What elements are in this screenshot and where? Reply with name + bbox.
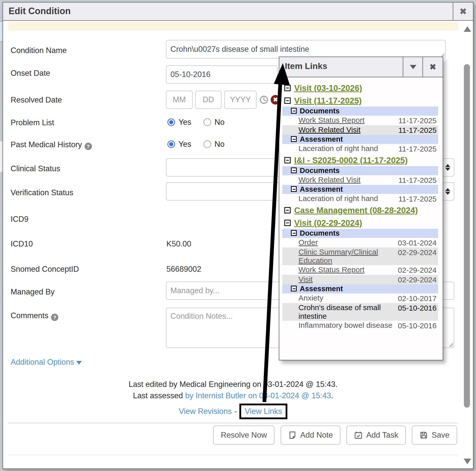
select-stepper-icon[interactable] <box>445 188 450 195</box>
item-date: 02-29-2024 <box>398 265 437 275</box>
item-links-panel: Item Links ✖ Visit (03-10-2026)Visit (11… <box>279 57 443 360</box>
collapse-minus-icon[interactable] <box>291 186 297 192</box>
item-leaf-label[interactable]: Work Related Visit <box>298 176 361 184</box>
problem-list-no-radio[interactable]: No <box>204 118 225 127</box>
last-edited-text: Last edited by Medical Engineering on 03… <box>8 380 458 389</box>
last-assessed-link[interactable]: by Internist Butler on 03-01-2024 @ 15:4… <box>185 391 331 400</box>
collapse-minus-icon[interactable] <box>284 220 291 226</box>
item-group-link[interactable]: Case Management (08-28-2024) <box>294 206 418 215</box>
item-leaf-label[interactable]: Clinic Summary/Clinical Education <box>298 248 393 265</box>
item-date: 11-17-2025 <box>398 116 437 125</box>
alert-band <box>8 22 458 31</box>
scroll-up-arrow-icon[interactable] <box>464 26 471 32</box>
footer-divider <box>8 423 458 423</box>
help-icon[interactable]: ? <box>85 143 92 150</box>
collapse-minus-icon[interactable] <box>291 167 297 173</box>
collapse-minus-icon[interactable] <box>291 136 297 142</box>
item-leaf-label[interactable]: Work Status Report <box>298 116 364 125</box>
item-group-link[interactable]: Visit (11-17-2025) <box>294 96 362 106</box>
item-group-link[interactable]: Visit (03-10-2026) <box>294 83 362 93</box>
modal-close-button[interactable]: ✖ <box>453 3 473 20</box>
backdrop-fragment <box>0 141 3 172</box>
item-leaf-label[interactable]: Work Status Report <box>298 265 364 274</box>
item-links-row-group: Case Management (08-28-2024) <box>282 205 438 216</box>
problem-list-yes-radio[interactable]: Yes <box>167 118 191 127</box>
note-icon <box>288 431 297 439</box>
view-links-link[interactable]: View Links <box>245 407 282 416</box>
triangle-down-icon <box>76 361 82 365</box>
collapse-minus-icon[interactable] <box>284 85 291 91</box>
scroll-down-arrow-icon[interactable] <box>464 459 471 464</box>
revision-links-row: View Revisions - View Links <box>8 404 458 419</box>
button-label: Resolve Now <box>221 431 267 440</box>
item-links-tree: Visit (03-10-2026)Visit (11-17-2025)Docu… <box>282 81 438 330</box>
resolved-month-input[interactable]: MM <box>166 91 193 109</box>
onset-date-value: 05-10-2016 <box>170 70 211 79</box>
collapse-minus-icon[interactable] <box>291 286 297 291</box>
item-section-label: Assessment <box>300 185 343 193</box>
comments-placeholder: Condition Notes... <box>170 312 233 321</box>
view-revisions-link[interactable]: View Revisions <box>179 407 232 416</box>
help-icon[interactable]: ? <box>51 314 58 321</box>
resize-grip-icon[interactable] <box>448 342 453 347</box>
item-date: 11-17-2025 <box>398 144 437 153</box>
clock-icon[interactable] <box>260 95 268 104</box>
collapse-minus-icon[interactable] <box>284 207 291 213</box>
select-stepper-icon[interactable] <box>445 164 450 171</box>
item-group-link[interactable]: I&I - S2025-0002 (11-17-2025) <box>294 156 408 165</box>
problem-list-label: Problem List <box>11 118 54 127</box>
condition-name-value: Crohn\u0027s disease of small intestine <box>170 45 309 54</box>
button-label: Save <box>432 431 449 440</box>
onset-date-input[interactable]: 05-10-2016 <box>166 65 278 84</box>
additional-options-toggle[interactable]: Additional Options <box>11 358 82 367</box>
add-task-button[interactable]: Add Task <box>346 426 406 445</box>
onset-date-label: Onset Date <box>11 69 50 78</box>
panel-close-button[interactable]: ✖ <box>422 57 443 77</box>
collapse-minus-icon[interactable] <box>284 97 291 104</box>
item-links-row-section: Assessment <box>282 284 438 293</box>
item-links-title: Item Links <box>285 61 327 71</box>
modal-scrollbar[interactable] <box>463 21 471 468</box>
item-links-row-leaf: Crohn's disease of small intestine05-10-… <box>282 303 438 321</box>
item-links-header[interactable]: Item Links ✖ <box>279 57 443 77</box>
snomed-conceptid-label: Snomed ConceptID <box>11 265 79 274</box>
past-medical-history-no-radio[interactable]: No <box>204 140 225 149</box>
verification-status-label: Verification Status <box>11 188 73 197</box>
item-links-row-leaf: Visit02-29-2024 <box>282 275 438 284</box>
collapse-minus-icon[interactable] <box>291 108 297 114</box>
bottom-divider <box>8 455 458 455</box>
item-links-row-leaf: Work Status Report02-29-2024 <box>282 265 438 275</box>
item-links-row-section: Documents <box>282 107 438 116</box>
item-group-link[interactable]: Visit (02-29-2024) <box>294 218 362 228</box>
item-section-label: Assessment <box>300 285 343 293</box>
resolved-day-input[interactable]: DD <box>195 91 221 109</box>
item-leaf-label[interactable]: Work Related Visit <box>298 126 361 134</box>
view-links-annotation-box: View Links <box>239 404 287 419</box>
close-icon: ✖ <box>460 6 467 16</box>
item-links-row-group: Visit (03-10-2026) <box>282 83 438 94</box>
item-links-row-leaf: Work Related Visit11-17-2025 <box>282 125 438 135</box>
collapse-minus-icon[interactable] <box>284 157 291 163</box>
resolved-year-input[interactable]: YYYY <box>224 91 257 109</box>
screenshot-canvas: Edit Condition ✖ Condition Name Crohn\u0… <box>0 0 476 471</box>
collapse-minus-icon[interactable] <box>291 230 297 236</box>
button-label: Add Task <box>366 431 398 440</box>
scrollbar-thumb[interactable] <box>464 64 470 408</box>
item-leaf-label: Anxiety <box>298 294 323 302</box>
add-note-button[interactable]: Add Note <box>281 426 340 445</box>
panel-minimize-button[interactable] <box>403 57 423 77</box>
item-links-row-section: Documents <box>282 166 438 175</box>
resolve-now-button[interactable]: Resolve Now <box>213 426 274 445</box>
problem-list-radios: Yes No <box>167 118 224 127</box>
item-links-row-section: Assessment <box>282 135 438 144</box>
save-icon <box>419 431 428 439</box>
item-date: 02-29-2024 <box>398 275 437 284</box>
save-button[interactable]: Save <box>412 426 457 445</box>
item-leaf-label[interactable]: Order <box>298 238 318 247</box>
past-medical-history-yes-radio[interactable]: Yes <box>167 140 191 149</box>
item-leaf-label: Laceration of right hand <box>298 194 378 203</box>
item-leaf-label[interactable]: Visit <box>298 275 313 284</box>
close-icon: ✖ <box>430 62 436 72</box>
condition-name-input[interactable]: Crohn\u0027s disease of small intestine <box>166 40 446 59</box>
item-links-row-group: I&I - S2025-0002 (11-17-2025) <box>282 155 438 166</box>
